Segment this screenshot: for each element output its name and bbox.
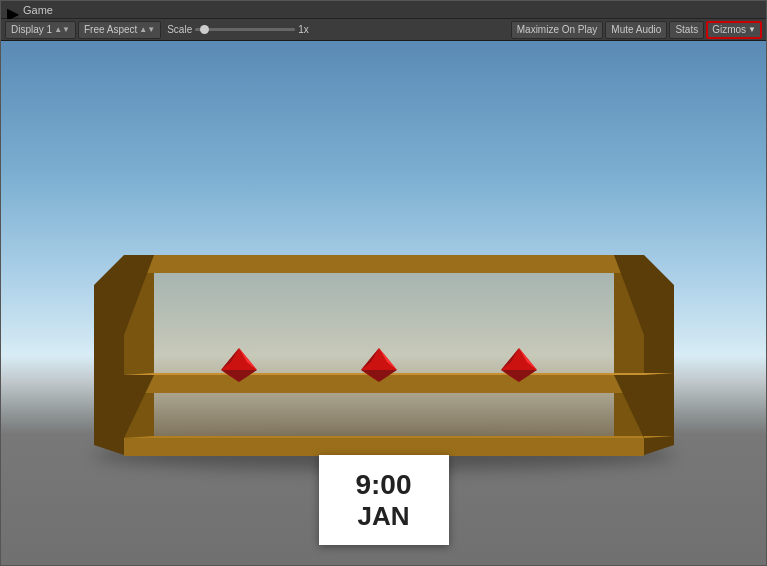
sign-time: 9:00 (355, 469, 411, 501)
scale-slider[interactable] (195, 28, 295, 31)
title-bar: ▶ Game (1, 1, 766, 19)
unity-game-window: ▶ Game Display 1 ▲▼ Free Aspect ▲▼ Scale… (0, 0, 767, 566)
svg-marker-4 (644, 255, 674, 455)
display-dropdown[interactable]: Display 1 ▲▼ (5, 21, 76, 39)
scale-track (195, 28, 295, 31)
scale-value: 1x (298, 24, 309, 35)
game-viewport: 9:00 JAN (1, 41, 766, 565)
aspect-arrow-icon: ▲▼ (139, 25, 155, 34)
svg-rect-5 (124, 255, 644, 273)
aspect-label: Free Aspect (84, 24, 137, 35)
svg-marker-10 (124, 436, 674, 438)
toolbar: Display 1 ▲▼ Free Aspect ▲▼ Scale 1x Max… (1, 19, 766, 41)
scale-thumb (200, 25, 209, 34)
mute-button[interactable]: Mute Audio (605, 21, 667, 39)
window-title: Game (23, 4, 53, 16)
gizmos-button[interactable]: Gizmos ▼ (706, 21, 762, 39)
stats-button[interactable]: Stats (669, 21, 704, 39)
sign-month: JAN (357, 501, 409, 532)
svg-rect-9 (124, 438, 644, 456)
shelf-svg (84, 245, 684, 465)
scale-label: Scale (167, 24, 192, 35)
display-label: Display 1 (11, 24, 52, 35)
svg-marker-2 (94, 255, 124, 455)
svg-marker-8 (124, 373, 674, 375)
scale-container: Scale 1x (163, 24, 313, 35)
sign-card: 9:00 JAN (319, 455, 449, 545)
aspect-dropdown[interactable]: Free Aspect ▲▼ (78, 21, 161, 39)
shelf-unit (84, 245, 684, 465)
display-arrow-icon: ▲▼ (54, 25, 70, 34)
gizmos-arrow-icon: ▼ (748, 25, 756, 34)
maximize-button[interactable]: Maximize On Play (511, 21, 604, 39)
game-icon: ▶ (7, 4, 19, 16)
